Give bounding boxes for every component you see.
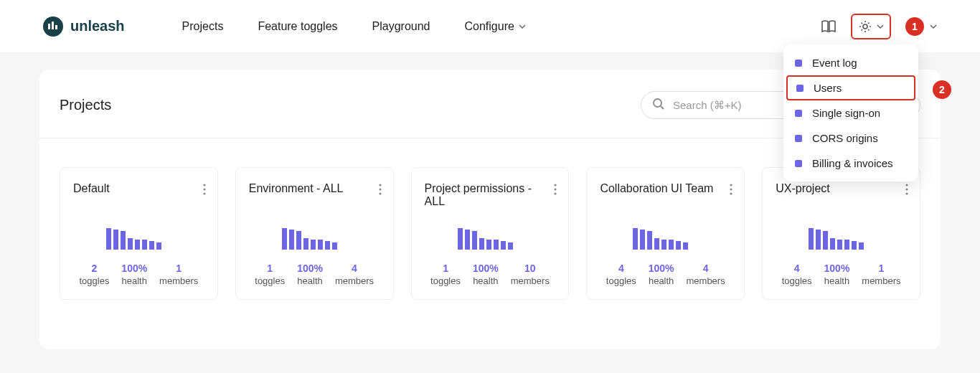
project-stats: 1toggles 100%health 10members [425, 263, 556, 286]
stat-members-value: 4 [687, 263, 725, 274]
project-title: Project permissions - ALL [425, 182, 556, 215]
card-menu-button[interactable] [554, 184, 557, 198]
stat-health-value: 100% [824, 263, 850, 274]
stat-toggles-label: toggles [255, 275, 285, 286]
stat-members-label: members [159, 275, 198, 286]
card-menu-button[interactable] [905, 184, 908, 198]
more-vertical-icon [379, 184, 382, 195]
svg-point-8 [203, 192, 205, 194]
dropdown-item-cors[interactable]: CORS origins [783, 126, 918, 151]
bullet-icon [795, 110, 802, 117]
user-menu[interactable]: 1 [905, 17, 937, 36]
stat-toggles-value: 4 [606, 263, 636, 274]
callout-badge-2: 2 [933, 80, 951, 99]
project-card[interactable]: UX-project 4toggles 100%health 1members [762, 167, 920, 300]
stat-health-value: 100% [649, 263, 674, 274]
stat-toggles-value: 2 [79, 263, 109, 274]
svg-point-9 [379, 184, 381, 186]
stat-health-value: 100% [297, 263, 323, 274]
stat-toggles-label: toggles [79, 275, 109, 286]
docs-button[interactable] [821, 19, 837, 34]
mini-bar-chart [282, 225, 380, 250]
gear-icon [858, 19, 872, 34]
svg-point-12 [555, 184, 557, 186]
mini-bar-chart [809, 225, 907, 250]
svg-point-10 [379, 188, 381, 190]
brand-name: unleash [70, 18, 125, 34]
project-card[interactable]: Environment - ALL 1toggles 100%health 4m… [235, 167, 394, 300]
project-title: Default [73, 182, 204, 215]
card-menu-button[interactable] [730, 184, 732, 198]
dropdown-item-users[interactable]: Users [786, 75, 915, 100]
svg-line-5 [661, 106, 664, 109]
svg-point-15 [730, 184, 732, 186]
svg-point-3 [863, 24, 867, 29]
more-vertical-icon [554, 184, 557, 195]
stat-health-label: health [824, 275, 850, 286]
dropdown-item-sso[interactable]: Single sign-on [783, 100, 918, 126]
stat-health-label: health [297, 275, 323, 286]
svg-rect-1 [52, 22, 54, 29]
dropdown-item-billing[interactable]: Billing & invoices [783, 151, 918, 176]
bullet-icon [795, 60, 802, 67]
more-vertical-icon [203, 184, 206, 195]
project-stats: 4toggles 100%health 1members [776, 263, 907, 286]
card-menu-button[interactable] [379, 184, 382, 198]
main-nav: Projects Feature toggles Playground Conf… [182, 20, 526, 33]
stat-members-label: members [511, 275, 550, 286]
stat-toggles-value: 1 [255, 263, 285, 274]
dropdown-label: Billing & invoices [812, 157, 893, 169]
bullet-icon [795, 160, 802, 167]
nav-playground[interactable]: Playground [372, 20, 430, 33]
nav-feature-toggles[interactable]: Feature toggles [258, 20, 337, 33]
stat-toggles-label: toggles [606, 275, 636, 286]
page-title: Projects [60, 97, 111, 113]
project-stats: 2toggles 100%health 1members [73, 263, 204, 286]
dropdown-item-event-log[interactable]: Event log [783, 50, 918, 75]
card-menu-button[interactable] [203, 184, 206, 198]
svg-point-17 [730, 192, 732, 194]
nav-configure[interactable]: Configure [465, 20, 526, 33]
svg-point-7 [203, 188, 205, 190]
project-stats: 1toggles 100%health 4members [249, 263, 380, 286]
nav-configure-label: Configure [465, 20, 514, 33]
stat-health-value: 100% [473, 263, 499, 274]
project-stats: 4toggles 100%health 4members [600, 263, 731, 286]
brand-logo[interactable]: unleash [43, 16, 125, 37]
project-title: Environment - ALL [249, 182, 380, 215]
stat-toggles-label: toggles [430, 275, 461, 286]
bullet-icon [795, 135, 802, 142]
stat-members-label: members [687, 275, 725, 286]
user-avatar-badge: 1 [905, 17, 924, 36]
chevron-down-icon [930, 23, 937, 30]
svg-point-13 [555, 188, 557, 190]
more-vertical-icon [730, 184, 732, 195]
chevron-down-icon [519, 23, 526, 30]
nav-projects[interactable]: Projects [182, 20, 224, 33]
project-card[interactable]: Project permissions - ALL 1toggles 100%h… [411, 167, 570, 300]
more-vertical-icon [905, 184, 908, 195]
brand-logo-icon [43, 16, 63, 37]
settings-button[interactable] [851, 14, 891, 39]
svg-point-6 [203, 184, 205, 186]
stat-health-label: health [473, 275, 499, 286]
stat-members-value: 1 [159, 263, 198, 274]
topbar-actions: 1 [821, 14, 937, 39]
svg-point-14 [555, 192, 557, 194]
project-card[interactable]: Collaboration UI Team 4toggles 100%healt… [586, 167, 745, 300]
project-title: Collaboration UI Team [600, 182, 731, 215]
project-title: UX-project [776, 182, 907, 215]
mini-bar-chart [633, 225, 731, 250]
stat-members-label: members [862, 275, 900, 286]
stat-members-value: 4 [335, 263, 374, 274]
svg-point-11 [379, 192, 381, 194]
dropdown-label: Event log [812, 57, 857, 69]
stat-toggles-value: 1 [430, 263, 461, 274]
stat-health-label: health [121, 275, 147, 286]
project-card[interactable]: Default 2toggles 100%health 1members [60, 167, 218, 300]
dropdown-label: CORS origins [812, 132, 878, 144]
stat-members-value: 10 [511, 263, 550, 274]
dropdown-label: Users [814, 82, 842, 94]
stat-health-label: health [649, 275, 674, 286]
svg-point-19 [905, 188, 908, 190]
